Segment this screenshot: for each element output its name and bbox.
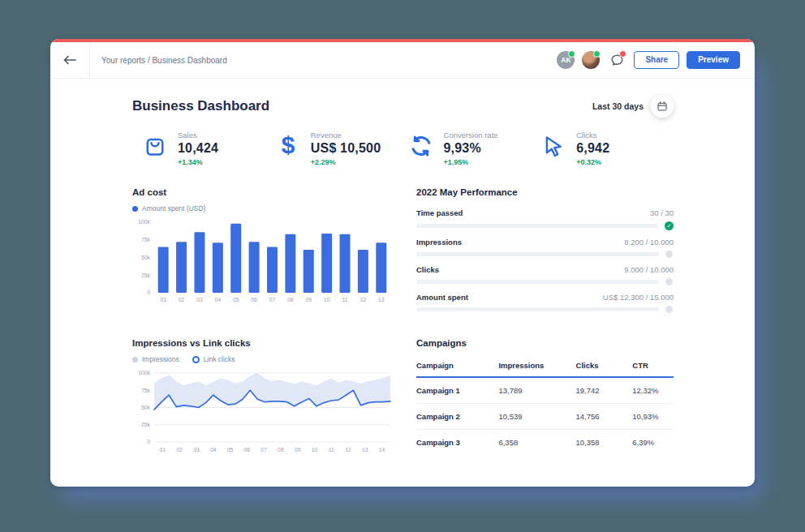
svg-text:75k: 75k — [141, 237, 151, 242]
kpi-texts: Clicks6,942+0.32% — [576, 131, 609, 166]
svg-text:06: 06 — [244, 447, 251, 453]
performance-row-time-passed: Time passed30 / 30✓ — [416, 208, 674, 230]
preview-button[interactable]: Preview — [687, 51, 740, 69]
legend-item-link-clicks[interactable]: Link clicks — [192, 355, 235, 363]
table-cell: 10,358 — [576, 430, 633, 456]
kpi-label: Sales — [178, 131, 218, 139]
progress-track — [416, 307, 659, 311]
svg-text:10: 10 — [312, 447, 318, 453]
kpi-clicks: Clicks6,942+0.32% — [540, 131, 674, 166]
column-header-ctr: CTR — [632, 355, 674, 377]
topbar: Your reports / Business Dashboard AK Sha… — [50, 42, 755, 79]
svg-text:06: 06 — [251, 297, 257, 302]
svg-text:08: 08 — [287, 297, 294, 302]
svg-text:02: 02 — [179, 297, 185, 302]
kpi-texts: Sales10,424+1.34% — [178, 131, 218, 166]
avatar-photo[interactable] — [582, 51, 600, 69]
table-cell: 10,539 — [498, 404, 575, 430]
kpi-value: US$ 10,500 — [311, 141, 381, 156]
legend-item-amount-spent-(usd)[interactable]: Amount spent (USD) — [132, 204, 205, 212]
kpi-value: 10,424 — [178, 141, 218, 156]
legend-swatch-icon — [132, 206, 138, 212]
performance-rows: Time passed30 / 30✓Impressions8.200 / 10… — [416, 208, 674, 313]
report-content: Business Dashboard Last 30 days Sales10,… — [50, 79, 755, 455]
table-cell: 6,39% — [632, 430, 674, 456]
report-card: Your reports / Business Dashboard AK Sha… — [50, 39, 755, 487]
page-title: Business Dashboard — [132, 98, 269, 114]
kpi-value: 9,93% — [444, 141, 498, 156]
back-button[interactable] — [50, 42, 90, 78]
svg-text:12: 12 — [360, 297, 367, 302]
impressions-panel: Impressions vs Link clicks ImpressionsLi… — [132, 338, 396, 455]
svg-text:0: 0 — [147, 290, 150, 295]
svg-text:13: 13 — [378, 297, 385, 302]
svg-text:01: 01 — [160, 447, 166, 453]
dollar-icon: $ — [275, 131, 301, 161]
page-background: Your reports / Business Dashboard AK Sha… — [0, 0, 805, 532]
legend-label: Amount spent (USD) — [142, 204, 205, 212]
column-header-clicks: Clicks — [576, 355, 633, 377]
svg-text:100k: 100k — [138, 219, 150, 225]
svg-text:11: 11 — [342, 297, 348, 302]
breadcrumb: Your reports / Business Dashboard — [101, 56, 227, 65]
svg-text:14: 14 — [379, 447, 385, 453]
calendar-button[interactable] — [651, 95, 674, 118]
progress-value: 8.200 / 10.000 — [624, 238, 674, 247]
calendar-icon — [656, 101, 668, 112]
table-row: Campaign 210,53914,75610,93% — [416, 404, 674, 430]
topbar-right: AK Share Preview — [557, 50, 740, 70]
ad-cost-panel: Ad cost Amount spent (USD) 025k50k75k100… — [132, 187, 396, 320]
table-row: Campaign 36,35810,3586,39% — [416, 430, 674, 456]
column-header-impressions: Impressions — [498, 355, 575, 377]
svg-text:100k: 100k — [138, 370, 150, 375]
charts-row-2: Impressions vs Link clicks ImpressionsLi… — [132, 338, 674, 455]
table-row: Campaign 113,78919,74212,32% — [416, 377, 674, 404]
svg-text:$: $ — [281, 131, 295, 158]
svg-text:09: 09 — [295, 447, 301, 453]
refresh-icon — [408, 131, 434, 161]
svg-text:12: 12 — [345, 447, 351, 453]
kpi-label: Conversion rate — [444, 131, 498, 139]
table-cell: 14,756 — [576, 404, 633, 430]
kpi-revenue: $RevenueUS$ 10,500+2.29% — [275, 131, 408, 166]
svg-text:02: 02 — [176, 447, 183, 453]
notification-dot — [619, 50, 626, 58]
kpi-label: Clicks — [576, 131, 609, 139]
cursor-icon — [540, 131, 566, 161]
date-range-control: Last 30 days — [592, 95, 674, 118]
svg-text:50k: 50k — [141, 405, 151, 410]
svg-text:11: 11 — [329, 447, 334, 453]
svg-text:03: 03 — [193, 447, 200, 453]
impressions-line-chart: 025k50k75k100k01020304050607080910111213… — [132, 368, 394, 454]
avatar-ak[interactable]: AK — [557, 51, 575, 69]
table-cell: 6,358 — [498, 430, 575, 456]
table-cell: 12,32% — [632, 377, 674, 404]
svg-text:13: 13 — [362, 447, 368, 453]
charts-row-1: Ad cost Amount spent (USD) 025k50k75k100… — [132, 187, 674, 320]
column-header-campaign: Campaign — [416, 355, 498, 377]
kpi-row: Sales10,424+1.34%$RevenueUS$ 10,500+2.29… — [132, 131, 674, 166]
table-cell: 19,742 — [576, 377, 633, 404]
svg-text:09: 09 — [305, 297, 312, 302]
progress-track — [416, 252, 659, 256]
svg-text:25k: 25k — [141, 422, 151, 427]
kpi-conversion-rate: Conversion rate9,93%+1.95% — [408, 131, 541, 166]
kpi-delta: +1.34% — [178, 158, 218, 166]
kpi-delta: +1.95% — [444, 158, 498, 166]
status-dot-icon — [665, 278, 673, 285]
progress-value: US$ 12.300 / 15.000 — [603, 293, 674, 302]
comments-button[interactable] — [607, 50, 626, 70]
svg-text:01: 01 — [160, 297, 166, 302]
title-row: Business Dashboard Last 30 days — [132, 95, 674, 118]
share-button[interactable]: Share — [634, 51, 679, 69]
campaigns-table: CampaignImpressionsClicksCTR Campaign 11… — [416, 355, 674, 455]
performance-title: 2022 May Performance — [416, 187, 674, 197]
svg-text:50k: 50k — [141, 255, 151, 260]
progress-value: 9.000 / 10.000 — [624, 265, 674, 274]
impressions-title: Impressions vs Link clicks — [132, 338, 396, 348]
progress-label: Amount spent — [416, 293, 468, 302]
legend-item-impressions[interactable]: Impressions — [132, 355, 179, 363]
table-cell: Campaign 2 — [416, 404, 498, 430]
campaigns-title: Campaigns — [416, 338, 674, 348]
online-status-dot — [568, 50, 575, 58]
